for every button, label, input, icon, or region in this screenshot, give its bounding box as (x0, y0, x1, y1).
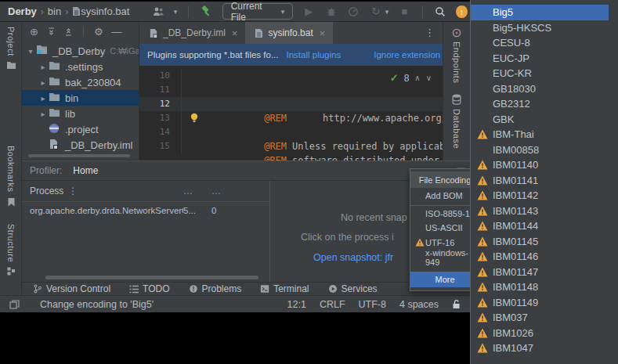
indent-indicator[interactable]: 4 spaces (399, 299, 439, 310)
tree-row[interactable]: ▸ lib (22, 106, 139, 121)
encoding-option[interactable]: IBM-Thai (471, 127, 609, 142)
stripe-endpoints-button[interactable]: Endpoints (443, 28, 470, 83)
run-icon[interactable]: ▶ (302, 5, 315, 19)
column-header[interactable]: … (183, 186, 211, 196)
debug-icon[interactable] (325, 5, 338, 19)
file-encoding-indicator[interactable]: UTF-8 (359, 299, 386, 310)
profiler-icon[interactable] (347, 5, 360, 19)
collapse-all-icon[interactable] (64, 27, 73, 36)
tab-options-kebab-icon[interactable]: ⋮ (425, 27, 435, 38)
context-menu-more-item[interactable]: More › (410, 272, 479, 287)
encoding-option[interactable]: IBM01144 (471, 218, 609, 234)
previous-problem-icon[interactable]: ∧ (414, 74, 420, 82)
tab-sysinfo-bat[interactable]: sysinfo.bat × (245, 22, 333, 44)
stripe-database-button[interactable]: Database (443, 94, 470, 149)
close-icon[interactable]: × (320, 27, 326, 39)
encoding-option[interactable]: EUC-JP (471, 51, 609, 67)
tool-button-terminal[interactable]: Terminal (260, 283, 309, 294)
breadcrumb-project[interactable]: Derby (8, 5, 37, 17)
inspection-widget[interactable]: ✓ 8 ∧ ∨ (390, 72, 432, 84)
ignore-extension-link[interactable]: Ignore extension (374, 50, 440, 59)
collapsed-arrow-icon[interactable]: ▸ (38, 94, 49, 103)
tree-row[interactable]: ▸ .project (22, 121, 139, 137)
tree-horizontal-scrollbar[interactable] (28, 154, 130, 157)
encoding-option[interactable]: IBM01140 (471, 157, 609, 173)
tool-button-todo[interactable]: TODO (129, 283, 169, 294)
encoding-option[interactable]: IBM01143 (471, 204, 609, 219)
caret-position[interactable]: 12:1 (287, 299, 306, 310)
encoding-option[interactable]: IBM1047 (471, 341, 609, 356)
process-table-header[interactable]: Process ⋮ … … (22, 181, 269, 202)
tree-row[interactable]: ▸ bak_230804 (22, 74, 139, 90)
process-row[interactable]: org.apache.derby.drda.NetworkServerC( 5.… (22, 202, 269, 219)
encoding-option[interactable]: CESU-8 (471, 35, 609, 51)
install-plugins-link[interactable]: Install plugins (287, 50, 342, 59)
open-snapshot-link[interactable]: Open snapshot: jfr (313, 252, 393, 263)
users-icon[interactable] (151, 5, 164, 19)
rerun-icon[interactable]: ↻ (369, 5, 381, 19)
hide-panel-icon[interactable]: — (112, 27, 122, 37)
encoding-option[interactable]: IBM037 (471, 310, 609, 326)
code-line[interactable]: 12 (139, 97, 443, 111)
window-layout-icon[interactable] (9, 300, 20, 309)
code-line[interactable]: 15 @REM"AS IS" BASIS, WITHOUT WARRANTIES… (139, 139, 443, 153)
code-line[interactable]: 13 @REMUnless required by applicable law… (139, 111, 443, 125)
encoding-option[interactable]: IBM00858 (471, 142, 609, 158)
encoding-option[interactable]: Big5 (471, 5, 609, 20)
stripe-bookmarks-button[interactable]: Bookmarks (0, 146, 22, 207)
encoding-option[interactable]: Big5-HKSCS (471, 20, 609, 36)
expand-all-icon[interactable] (47, 27, 56, 36)
tree-root-row[interactable]: ▾ _DB_Derby C:₩iGa (22, 43, 139, 59)
expanded-arrow-icon[interactable]: ▾ (25, 47, 36, 56)
context-menu-item[interactable]: ISO-8859-1 (410, 205, 479, 220)
encoding-option[interactable]: IBM1026 (471, 326, 609, 341)
context-menu-item[interactable]: x-windows-949 (410, 250, 479, 265)
context-menu-item[interactable]: Add BOM (410, 188, 479, 203)
tree-row[interactable]: ▸ _DB_Derby.iml (22, 137, 139, 153)
encoding-option[interactable]: IBM01149 (471, 295, 609, 311)
encoding-option[interactable]: GBK (471, 112, 609, 128)
column-header[interactable]: … (211, 186, 240, 196)
stripe-project-button[interactable]: Project (0, 27, 22, 70)
unlock-icon[interactable] (452, 299, 461, 309)
collapsed-arrow-icon[interactable]: ▸ (38, 63, 49, 71)
tree-row[interactable]: ▸ .settings (22, 59, 139, 74)
context-menu-item[interactable]: US-ASCII (410, 220, 479, 235)
encoding-option[interactable]: IBM01145 (471, 234, 609, 250)
code-line[interactable]: 11 @REMhttp://www.apache.org/licenses/LI… (139, 83, 443, 97)
encoding-option[interactable]: IBM01146 (471, 249, 609, 265)
encoding-option[interactable]: IBM01141 (471, 173, 609, 189)
locate-file-icon[interactable]: ⊕ (30, 27, 38, 37)
tool-button-problems[interactable]: Problems (189, 283, 242, 294)
collapsed-arrow-icon[interactable]: ▸ (38, 78, 49, 87)
encoding-option[interactable]: EUC-KR (471, 66, 609, 81)
collapsed-arrow-icon[interactable]: ▸ (38, 110, 49, 118)
encoding-option[interactable]: IBM01147 (471, 265, 609, 280)
build-hammer-icon[interactable] (200, 5, 212, 19)
chevron-down-icon[interactable]: ▾ (174, 8, 178, 16)
tool-button-version-control[interactable]: Version Control (33, 283, 110, 294)
update-notification-icon[interactable]: ↑ (456, 5, 468, 18)
line-ending-indicator[interactable]: CRLF (320, 299, 345, 310)
encoding-option[interactable]: GB2312 (471, 96, 609, 112)
table-horizontal-scrollbar[interactable] (45, 276, 258, 279)
next-problem-icon[interactable]: ∨ (426, 74, 432, 82)
tab-db-derby-iml[interactable]: _DB_Derby.iml × (139, 22, 245, 44)
encoding-option[interactable]: IBM01148 (471, 279, 609, 295)
tool-button-services[interactable]: Services (328, 283, 378, 294)
encoding-option[interactable]: GB18030 (471, 81, 609, 97)
chevron-down-icon[interactable]: ▾ (385, 8, 389, 16)
breadcrumb-file[interactable]: sysinfo.bat (81, 5, 129, 17)
encoding-option[interactable]: IBM01142 (471, 188, 609, 204)
search-icon[interactable] (434, 5, 446, 19)
tree-row[interactable]: ▸ bin (22, 90, 139, 106)
stop-icon[interactable]: ■ (398, 5, 410, 19)
gear-icon[interactable]: ⚙ (94, 27, 103, 37)
breadcrumb-directory[interactable]: bin (48, 5, 61, 17)
stripe-structure-button[interactable]: Structure (0, 224, 22, 276)
close-icon[interactable]: × (232, 27, 238, 39)
profiler-tab-home[interactable]: Home (73, 165, 98, 176)
column-options-kebab-icon[interactable]: ⋮ (68, 186, 78, 196)
code-editor[interactable]: 10 11 (139, 66, 443, 160)
run-configuration-select[interactable]: Current File ▾ (222, 3, 294, 20)
